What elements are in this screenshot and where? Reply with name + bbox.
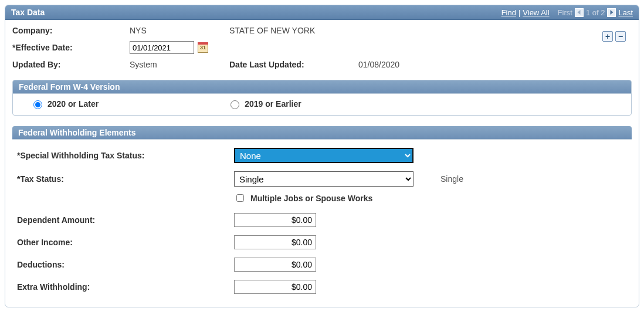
- nav-prev-icon: [575, 8, 584, 17]
- company-label: Company:: [12, 26, 130, 35]
- w4-radio-2020[interactable]: [33, 100, 42, 109]
- updated-row: Updated By: System Date Last Updated: 01…: [12, 60, 632, 69]
- company-name: STATE OF NEW YORK: [229, 26, 315, 35]
- nav-last-link[interactable]: Last: [618, 8, 633, 17]
- updated-by-label: Updated By:: [12, 60, 130, 69]
- w4-radio-2019[interactable]: [231, 100, 239, 109]
- updated-by-value: System: [130, 60, 229, 69]
- add-row-button[interactable]: +: [602, 31, 613, 42]
- special-status-select[interactable]: None: [234, 148, 413, 163]
- tax-status-row: *Tax Status: Single Single: [17, 171, 627, 187]
- effective-date-row: *Effective Date: 31: [12, 41, 632, 54]
- tax-status-label: *Tax Status:: [17, 174, 234, 184]
- w4-version-radios: 2020 or Later 2019 or Earlier: [20, 99, 624, 109]
- multiple-jobs-label: Multiple Jobs or Spouse Works: [250, 194, 372, 203]
- w4-version-header: Federal Form W-4 Version: [13, 80, 631, 94]
- extra-withholding-label: Extra Withholding:: [17, 282, 234, 292]
- other-income-row: Other Income:: [17, 235, 627, 249]
- nav-view-all-link[interactable]: View All: [523, 8, 549, 17]
- dependent-amount-input[interactable]: [234, 213, 316, 227]
- nav-separator: |: [518, 8, 520, 17]
- nav-counter: 1 of 2: [586, 8, 605, 17]
- panel-title: Tax Data: [11, 8, 45, 17]
- remove-row-button[interactable]: −: [615, 31, 626, 42]
- extra-withholding-input[interactable]: [234, 280, 316, 294]
- w4-option-2019[interactable]: 2019 or Earlier: [228, 99, 301, 109]
- record-nav: Find | View All First 1 of 2 Last: [501, 8, 633, 17]
- deductions-label: Deductions:: [17, 260, 234, 269]
- multiple-jobs-checkbox[interactable]: [236, 194, 244, 202]
- other-income-input[interactable]: [234, 235, 316, 249]
- other-income-label: Other Income:: [17, 238, 234, 247]
- date-last-updated-label: Date Last Updated:: [229, 60, 358, 69]
- multiple-jobs-row: Multiple Jobs or Spouse Works: [234, 192, 627, 204]
- dependent-amount-row: Dependent Amount:: [17, 213, 627, 227]
- row-toolbar: + −: [602, 31, 626, 42]
- effective-date-label: *Effective Date:: [12, 43, 130, 52]
- special-status-row: *Special Withholding Tax Status: None: [17, 148, 627, 163]
- tax-status-aux: Single: [440, 174, 463, 184]
- effective-date-input[interactable]: [130, 41, 194, 54]
- nav-next-icon[interactable]: [607, 8, 616, 17]
- w4-option-2020[interactable]: 2020 or Later: [30, 99, 99, 109]
- date-last-updated-value: 01/08/2020: [358, 60, 399, 69]
- tax-data-panel: Tax Data Find | View All First 1 of 2 La…: [5, 5, 639, 307]
- company-code: NYS: [130, 26, 229, 35]
- tax-status-select[interactable]: Single: [234, 171, 413, 187]
- panel-body: Company: NYS STATE OF NEW YORK *Effectiv…: [5, 20, 639, 307]
- company-row: Company: NYS STATE OF NEW YORK: [12, 26, 632, 35]
- w4-version-panel: Federal Form W-4 Version 2020 or Later 2…: [12, 80, 632, 116]
- nav-find-link[interactable]: Find: [501, 8, 516, 17]
- deductions-input[interactable]: [234, 258, 316, 272]
- extra-withholding-row: Extra Withholding:: [17, 280, 627, 294]
- calendar-icon[interactable]: 31: [198, 42, 208, 53]
- dependent-amount-label: Dependent Amount:: [17, 215, 234, 225]
- panel-header: Tax Data Find | View All First 1 of 2 La…: [5, 5, 639, 20]
- deductions-row: Deductions:: [17, 258, 627, 272]
- withholding-panel: Federal Withholding Elements *Special Wi…: [12, 126, 632, 296]
- special-status-label: *Special Withholding Tax Status:: [17, 151, 234, 160]
- nav-first-label: First: [558, 8, 572, 17]
- withholding-header: Federal Withholding Elements: [12, 126, 632, 140]
